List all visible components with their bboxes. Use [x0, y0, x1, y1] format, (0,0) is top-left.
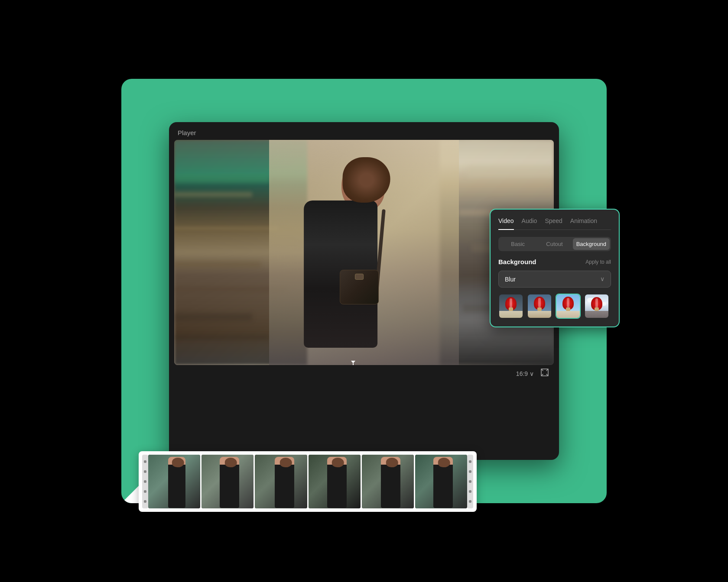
filmstrip-hole: [469, 490, 471, 493]
dropdown-arrow-icon: ∨: [600, 275, 604, 283]
sub-tab-background[interactable]: Background: [573, 238, 610, 250]
monitor-bottom-controls: 16:9 ∨: [174, 365, 554, 382]
tab-video[interactable]: Video: [498, 217, 514, 230]
tab-audio[interactable]: Audio: [522, 217, 537, 226]
motion-streak-6: [174, 313, 252, 321]
filmstrip-hole: [144, 460, 146, 463]
filmstrip-frames: [148, 455, 467, 508]
filmstrip-hole: [144, 490, 146, 493]
filmstrip-hole: [469, 460, 471, 463]
background-thumbnail-4[interactable]: [584, 294, 609, 319]
background-type-dropdown[interactable]: Blur ∨: [498, 271, 611, 288]
filmstrip-frame[interactable]: [415, 455, 467, 508]
section-title: Background: [498, 258, 536, 265]
monitor-title: Player: [178, 129, 196, 136]
timeline-playhead[interactable]: [353, 363, 354, 365]
aspect-ratio-label: 16:9 ∨: [516, 370, 534, 377]
filmstrip-frame[interactable]: [255, 455, 307, 508]
motion-streak-7: [174, 335, 270, 340]
filmstrip-frame[interactable]: [148, 455, 200, 508]
filmstrip-frame[interactable]: [362, 455, 414, 508]
thumb-1-content: [499, 294, 523, 318]
filmstrip: [139, 451, 477, 512]
sub-tab-cutout[interactable]: Cutout: [536, 238, 572, 250]
motion-streak-r1: [467, 166, 554, 177]
monitor: Player: [169, 122, 559, 460]
sub-tabs: Basic Cutout Background: [498, 237, 611, 251]
motion-streak-2: [174, 192, 252, 197]
filmstrip-right-edge: [467, 455, 473, 508]
filmstrip-frame[interactable]: [202, 455, 254, 508]
filmstrip-hole: [469, 480, 471, 483]
apply-to-all-button[interactable]: Apply to all: [585, 259, 611, 265]
person-figure: [285, 149, 424, 356]
dropdown-value: Blur: [505, 276, 516, 283]
bag-clasp: [355, 274, 364, 280]
filmstrip-left-edge: [142, 455, 148, 508]
person-bag: [340, 270, 379, 304]
tab-speed[interactable]: Speed: [545, 217, 562, 226]
motion-streak-1: [174, 175, 270, 183]
background-thumbnail-1[interactable]: [498, 294, 523, 319]
filmstrip-hole: [469, 470, 471, 473]
properties-panel: Video Audio Speed Animation Basic Cutout…: [490, 209, 620, 327]
fullscreen-button[interactable]: [541, 369, 549, 378]
tab-animation[interactable]: Animation: [570, 217, 597, 226]
thumb-3-content: [556, 294, 580, 318]
filmstrip-hole: [144, 470, 146, 473]
background-thumbnail-2[interactable]: [527, 294, 552, 319]
panel-tabs: Video Audio Speed Animation: [498, 217, 611, 230]
thumb-2-content: [528, 294, 551, 318]
person-figure-container: [260, 140, 449, 365]
filmstrip-hole: [144, 500, 146, 503]
aspect-ratio-button[interactable]: 16:9 ∨: [516, 370, 534, 377]
filmstrip-frame[interactable]: [309, 455, 361, 508]
outer-background: Player: [121, 79, 607, 503]
thumb-4-content: [585, 294, 608, 318]
monitor-header: Player: [174, 127, 554, 140]
background-thumbnail-grid: [498, 294, 611, 319]
background-thumbnail-3[interactable]: [556, 294, 581, 319]
filmstrip-hole: [144, 480, 146, 483]
motion-streak-4: [174, 261, 261, 268]
filmstrip-hole: [469, 500, 471, 503]
sub-tab-basic[interactable]: Basic: [500, 238, 536, 250]
section-title-row: Background Apply to all: [498, 258, 611, 265]
